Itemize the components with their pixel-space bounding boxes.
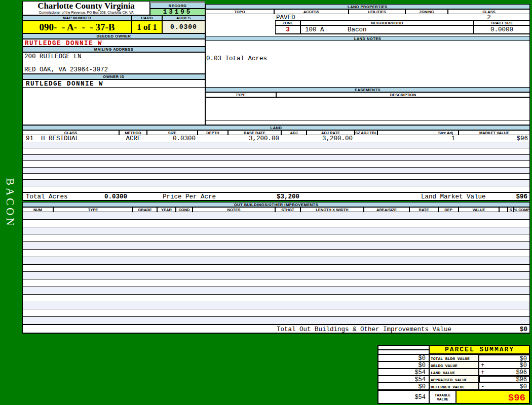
empty-row [23, 155, 529, 161]
ps-label-total-bldg: TOTAL BLDG VALUE [429, 354, 479, 361]
ps-prior-deferred: $0 [377, 383, 429, 390]
empty-row [23, 168, 529, 174]
county-title-box: Charlotte County Virginia Commissioner o… [22, 1, 150, 15]
land-row: 91 H RESIDUAL ACRE 0.0300 3,200.00 3,200… [22, 135, 530, 142]
empty-row [23, 227, 529, 235]
land-row-market-value: $96 [477, 135, 528, 142]
ps-cell-deferred: - $0 [479, 383, 530, 390]
ps-label-obldg: OBLDG VALUE [429, 361, 479, 369]
land-col-size: SIZE [147, 130, 198, 135]
easements-empty-area [205, 97, 530, 120]
land-col-sz-adj-tbl: SZ ADJ TBL [355, 130, 377, 135]
class-column-label: CLASS [448, 9, 530, 14]
parcel-summary-title: PARCEL SUMMARY [429, 345, 530, 354]
land-notes-title: LAND NOTES [205, 36, 530, 41]
ps-cell-obldg: + $0 [479, 361, 530, 369]
price-per-acre-value: $3,200 [277, 193, 299, 200]
ps-header-blank-bottom [377, 350, 429, 354]
out-buildings-empty-rows [22, 212, 530, 325]
empty-row [23, 302, 529, 310]
ob-col-grade: GRADE [133, 207, 157, 212]
ps-prior-total-bldg: $0 [377, 354, 429, 361]
ob-col-type: TYPE [53, 207, 133, 212]
address-line1: 200 RUTLEDGE LN [24, 53, 82, 60]
record-label: RECORD [150, 3, 205, 9]
empty-row [23, 265, 529, 272]
ob-col-year: YEAR [157, 207, 176, 212]
tract-size-value: 0.0000 [474, 25, 530, 34]
land-totals-row: Total Acres 0.0300 Price Per Acre $3,200… [22, 192, 530, 201]
total-acres-label: Total Acres [26, 193, 68, 200]
ps-value-land: $96 [516, 369, 527, 376]
land-row-adj-rate: 3,200.00 [302, 135, 353, 142]
land-col-adj: ADJ [281, 130, 307, 135]
ps-op-obldg: + [481, 362, 484, 369]
ob-col-spacer [499, 207, 508, 212]
land-empty-rows [22, 142, 530, 192]
neighborhood-cell: 100 A Bacon [300, 25, 474, 34]
empty-row [23, 212, 529, 220]
land-col-market-value: MARKET VALUE [459, 130, 530, 135]
empty-row [23, 250, 529, 257]
land-col-class: CLASS [22, 130, 119, 135]
land-col-depth: DEPTH [198, 130, 228, 135]
out-buildings-total-row: Total Out Buildings & Other Improvements… [22, 325, 530, 334]
ps-prior-land: $54 [377, 369, 429, 376]
deeded-owner-label: DEEDED OWNER [22, 33, 205, 39]
owner-id-label: OWNER ID [22, 74, 205, 79]
empty-row [23, 161, 529, 167]
ps-op-land: + [481, 369, 484, 376]
access-column-label: ACCESS [274, 9, 349, 14]
topo-column-label: TOPO [205, 9, 274, 14]
zoning-column-label: ZONING [405, 9, 448, 14]
address-line2: RED OAK, VA 23964-3072 [24, 66, 108, 73]
empty-row [23, 142, 529, 148]
empty-row [23, 317, 529, 325]
land-market-value-total: $96 [494, 193, 527, 200]
owner-id-value: RUTLEDGE DONNIE W [22, 79, 205, 88]
land-market-value-label: Land Market Value [421, 193, 486, 200]
empty-row [23, 257, 529, 265]
ps-header-blank-top [377, 345, 429, 350]
empty-row [23, 186, 529, 192]
land-row-size-adj: 1 [406, 135, 455, 142]
tract-size-label: TRACT SIZE [474, 20, 530, 25]
map-number-label: MAP NUMBER [22, 15, 132, 21]
ob-col-s: S [508, 207, 514, 212]
zone-label: ZONE [275, 20, 300, 25]
ob-col-length-width: LENGTH X WIDTH [300, 207, 364, 212]
out-buildings-total-label: Total Out Buildings & Other Improvements… [277, 326, 451, 333]
acres-label: ACRES [162, 15, 205, 21]
ps-prior-taxable: $54 [377, 390, 429, 404]
land-col-size-adj: Size Adj [377, 130, 459, 135]
out-buildings-total-value: $0 [494, 326, 527, 333]
price-per-acre-label: Price Per Acre [163, 193, 216, 200]
ps-op-deferred: - [481, 383, 484, 390]
empty-row [23, 242, 529, 250]
easement-description-label: DESCRIPTION [276, 92, 530, 97]
ps-cell-total-bldg: $0 [479, 354, 530, 361]
land-note-text: 0.03 Total Acres [206, 55, 267, 62]
ob-col-num: NUM [22, 207, 53, 212]
utilities-column-label: UTILITIES [349, 9, 405, 14]
ps-cell-taxable: $96 [456, 390, 530, 404]
deeded-owner-value: RUTLEDGE DONNIE W [22, 39, 205, 47]
property-record-card: BACON Charlotte County Virginia Commissi… [0, 0, 532, 405]
neighborhood-name: Bacon [348, 26, 367, 33]
record-number: 13195 [150, 9, 205, 16]
ps-prior-appraised: $54 [377, 376, 429, 383]
empty-row [23, 220, 529, 227]
card-value: 1 of 1 [132, 21, 162, 33]
ps-label-land: LAND VALUE [429, 369, 479, 376]
empty-row [23, 180, 529, 186]
total-acres-value: 0.0300 [104, 193, 127, 200]
neighborhood-label: NEIGHBORHOOD [300, 20, 474, 25]
empty-row [23, 272, 529, 279]
land-properties-title: LAND PROPERTIES [205, 4, 530, 9]
land-row-size: 0.0300 [145, 135, 196, 142]
land-row-class: 91 H RESIDUAL [26, 135, 79, 142]
ps-value-deferred: $0 [520, 383, 527, 390]
ps-value-obldg: $0 [520, 362, 527, 369]
neighborhood-sidebar-label: BACON [4, 178, 16, 228]
ps-value-taxable: $96 [508, 392, 525, 403]
